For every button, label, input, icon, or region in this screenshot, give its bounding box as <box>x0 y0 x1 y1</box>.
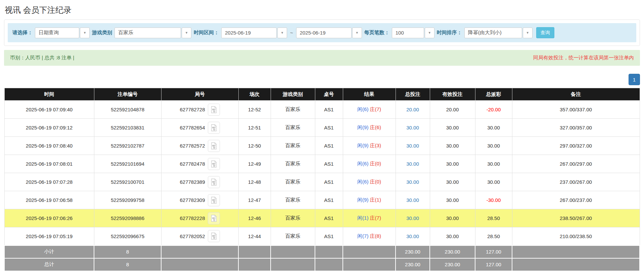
view-video-button[interactable] <box>208 194 220 206</box>
cell-remark: 327.00/357.00 <box>512 119 640 137</box>
view-video-button[interactable] <box>208 212 220 224</box>
result-banker: 庄(1) <box>370 197 381 203</box>
cell-game-type: 百家乐 <box>271 155 315 173</box>
view-video-button[interactable] <box>208 140 220 152</box>
cell-session: 12-47 <box>238 191 271 209</box>
cell-valid-bet: 20.00 <box>430 101 475 119</box>
grand-total-label: 总计 <box>4 258 94 271</box>
result-banker: 庄(8) <box>370 233 381 239</box>
total-bet-link[interactable]: 30.00 <box>406 197 419 203</box>
cell-total-bet: 30.00 <box>396 137 430 155</box>
cell-result: 闲(9) 庄(3) <box>343 137 396 155</box>
valid-bet-notice: 同局有效投注，统一计算在该局第一张注单内 <box>533 55 634 61</box>
video-file-icon <box>210 142 218 150</box>
grand-total-row: 总计 8 230.00 230.00 127.00 <box>4 258 640 271</box>
subtotal-count: 8 <box>94 245 161 258</box>
table-row: 2025-06-19 07:09:40 522592104878 6277827… <box>4 101 640 119</box>
column-header-payout: 总派彩 <box>475 88 512 101</box>
video-file-icon <box>210 124 218 131</box>
page-size-select[interactable]: 100 ▾ <box>392 28 434 38</box>
cell-result: 闲(7) 庄(8) <box>343 227 396 245</box>
cell-remark: 237.00/267.00 <box>512 173 640 191</box>
cell-result: 闲(6) 庄(0) <box>343 155 396 173</box>
date-from-value: 2025-06-19 <box>221 28 277 38</box>
cell-session: 12-49 <box>238 155 271 173</box>
grand-total-count: 8 <box>94 258 161 271</box>
result-banker: 庄(0) <box>370 179 381 184</box>
cell-time: 2025-06-19 07:07:28 <box>4 173 94 191</box>
result-player: 闲(6) <box>357 179 368 184</box>
cell-total-bet: 30.00 <box>396 119 430 137</box>
cell-remark: 267.00/237.00 <box>512 191 640 209</box>
filter-panel: 请选择： 日期查询 ▾ 游戏类别 百家乐 ▾ 时间区间： 2025-06-19 … <box>4 19 640 46</box>
cell-game-type: 百家乐 <box>271 173 315 191</box>
total-bet-link[interactable]: 30.00 <box>406 179 419 185</box>
date-from-select[interactable]: 2025-06-19 ▾ <box>221 28 287 38</box>
total-bet-link[interactable]: 20.00 <box>406 107 419 112</box>
total-bet-link[interactable]: 30.00 <box>406 125 419 130</box>
view-video-button[interactable] <box>208 176 220 188</box>
sort-order-select[interactable]: 降幂(由大到小) ▾ <box>464 28 533 38</box>
cell-game-type: 百家乐 <box>271 119 315 137</box>
chevron-down-icon: ▾ <box>425 28 434 38</box>
select-type-label: 请选择： <box>12 30 33 36</box>
cell-result: 闲(1) 庄(7) <box>343 209 396 227</box>
cell-payout: 30.00 <box>475 155 512 173</box>
cell-payout: -20.00 <box>475 101 512 119</box>
column-header-round-id: 局号 <box>161 88 238 101</box>
round-id-text: 627782228 <box>180 215 205 221</box>
summary-bar: 币别：人民币 | 总共 :8 注单 | 同局有效投注，统一计算在该局第一张注单内 <box>4 50 640 66</box>
search-button[interactable]: 查询 <box>536 27 554 38</box>
cell-bet-id: 522592100701 <box>94 173 161 191</box>
grand-total-payout: 127.00 <box>475 258 512 271</box>
cell-session: 12-48 <box>238 173 271 191</box>
grand-total-valid-bet: 230.00 <box>430 258 475 271</box>
view-video-button[interactable] <box>208 158 220 170</box>
query-type-select[interactable]: 日期查询 ▾ <box>35 28 90 38</box>
cell-time: 2025-06-19 07:08:40 <box>4 137 94 155</box>
result-player: 闲(9) <box>357 197 368 203</box>
view-video-button[interactable] <box>208 230 220 242</box>
cell-total-bet: 30.00 <box>396 227 430 245</box>
cell-table-no: AS1 <box>315 209 343 227</box>
total-bet-link[interactable]: 30.00 <box>406 215 419 221</box>
cell-remark: 357.00/337.00 <box>512 101 640 119</box>
range-separator: ~ <box>289 30 294 36</box>
table-row: 2025-06-19 07:06:58 522592099758 6277823… <box>4 191 640 209</box>
game-type-label: 游戏类别 <box>92 30 112 36</box>
cell-result: 闲(6) 庄(7) <box>343 101 396 119</box>
cell-round-id: 627782654 <box>161 119 238 137</box>
total-bet-link[interactable]: 30.00 <box>406 161 419 167</box>
round-id-text: 627782478 <box>180 161 205 167</box>
video-file-icon <box>210 178 218 186</box>
round-id-text: 627782052 <box>180 233 205 239</box>
view-video-button[interactable] <box>208 122 220 134</box>
currency-total-text: 币别：人民币 | 总共 :8 注单 | <box>10 55 74 61</box>
query-type-value: 日期查询 <box>35 28 79 38</box>
total-bet-link[interactable]: 30.00 <box>406 233 419 239</box>
date-to-value: 2025-06-19 <box>296 28 352 38</box>
cell-payout: 30.00 <box>475 137 512 155</box>
round-id-text: 627782309 <box>180 197 205 203</box>
cell-table-no: AS1 <box>315 101 343 119</box>
cell-round-id: 627782572 <box>161 137 238 155</box>
time-range-label: 时间区间： <box>194 30 219 36</box>
result-player: 闲(6) <box>357 106 368 112</box>
total-bet-link[interactable]: 30.00 <box>406 143 419 149</box>
round-id-text: 627782572 <box>180 143 205 149</box>
cell-round-id: 627782052 <box>161 227 238 245</box>
table-row-highlighted: 2025-06-19 07:06:26 522592098886 6277822… <box>4 209 640 227</box>
game-type-select[interactable]: 百家乐 ▾ <box>114 28 191 38</box>
view-video-button[interactable] <box>208 104 220 116</box>
page-button-1[interactable]: 1 <box>629 74 640 85</box>
table-row: 2025-06-19 07:07:28 522592100701 6277823… <box>4 173 640 191</box>
date-to-select[interactable]: 2025-06-19 ▾ <box>296 28 362 38</box>
result-player: 闲(7) <box>357 233 368 239</box>
cell-valid-bet: 30.00 <box>430 137 475 155</box>
column-header-session: 场次 <box>238 88 271 101</box>
cell-game-type: 百家乐 <box>271 101 315 119</box>
cell-session: 12-51 <box>238 119 271 137</box>
result-banker: 庄(6) <box>370 124 381 130</box>
cell-total-bet: 30.00 <box>396 173 430 191</box>
cell-time: 2025-06-19 07:05:19 <box>4 227 94 245</box>
